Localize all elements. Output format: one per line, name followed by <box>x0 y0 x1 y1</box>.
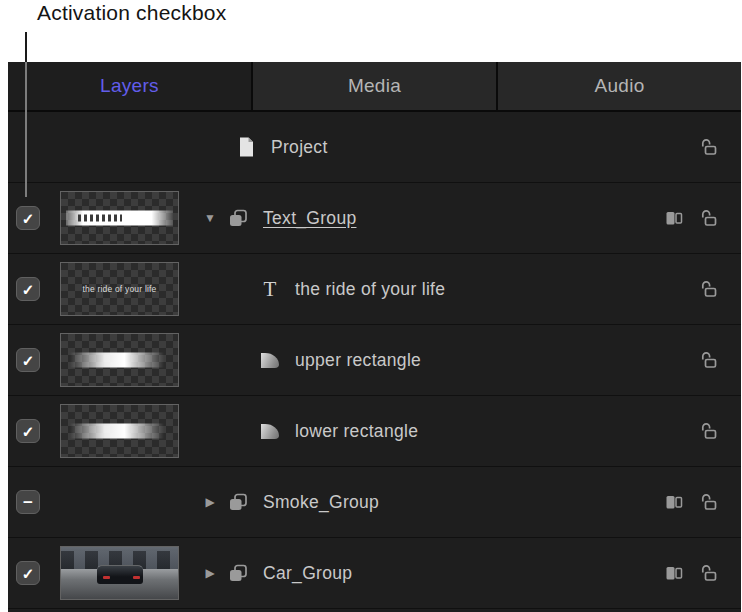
check-icon: ✓ <box>22 424 35 439</box>
check-icon: ✓ <box>22 282 35 297</box>
mixed-state-icon: − <box>23 494 33 511</box>
thumbnail-cell <box>60 333 195 387</box>
group-frames-icon[interactable] <box>664 492 684 512</box>
tab-audio[interactable]: Audio <box>498 62 741 110</box>
layer-content: T the ride of your life <box>195 277 699 302</box>
layer-name[interactable]: lower rectangle <box>295 421 418 442</box>
row-right-icons <box>699 421 741 441</box>
shape-layer-icon <box>255 353 285 368</box>
activation-checkbox[interactable]: ✓ <box>16 561 40 585</box>
thumbnail-cell: the ride of your life <box>60 262 195 316</box>
layer-row-car-group[interactable]: ✓ ▶ Car_Group <box>8 538 741 609</box>
row-right-icons <box>699 279 741 299</box>
layer-thumbnail[interactable] <box>60 404 179 458</box>
group-frames-icon[interactable] <box>664 208 684 228</box>
tab-media[interactable]: Media <box>253 62 498 110</box>
project-document-icon <box>231 136 261 158</box>
group-frames-icon[interactable] <box>664 563 684 583</box>
text-layer-icon: T <box>255 277 285 302</box>
layer-name[interactable]: the ride of your life <box>295 279 445 300</box>
thumbnail-text-marks <box>78 215 122 222</box>
activation-checkbox-mixed[interactable]: − <box>16 490 40 514</box>
disclosure-triangle-expanded-icon[interactable]: ▼ <box>197 211 223 225</box>
checkbox-cell: ✓ <box>8 561 60 585</box>
thumbnail-taillights <box>103 576 110 579</box>
tab-bar: Layers Media Audio <box>8 62 741 112</box>
check-icon: ✓ <box>22 353 35 368</box>
unlock-icon[interactable] <box>699 208 719 228</box>
thumbnail-gradient-band <box>66 211 174 226</box>
checkbox-cell: − <box>8 490 60 514</box>
layers-list: Project ✓ ▼ T <box>8 112 741 609</box>
layer-thumbnail[interactable] <box>60 191 179 245</box>
unlock-icon[interactable] <box>699 421 719 441</box>
row-right-icons <box>664 208 741 228</box>
activation-checkbox[interactable]: ✓ <box>16 277 40 301</box>
thumbnail-cell <box>60 404 195 458</box>
tab-layers[interactable]: Layers <box>8 62 253 110</box>
callout-line-panel-segment <box>25 62 27 197</box>
row-right-icons <box>664 492 741 512</box>
unlock-icon[interactable] <box>699 350 719 370</box>
group-icon <box>223 207 253 229</box>
checkbox-cell: ✓ <box>8 419 60 443</box>
layer-name[interactable]: Car_Group <box>263 563 352 584</box>
layer-thumbnail[interactable]: the ride of your life <box>60 262 179 316</box>
thumbnail-car <box>97 565 143 585</box>
layer-content: ▶ Smoke_Group <box>195 491 664 513</box>
checkbox-cell: ✓ <box>8 348 60 372</box>
layer-row-smoke-group[interactable]: − ▶ Smoke_Group <box>8 467 741 538</box>
layer-content: ▼ Text_Group <box>195 207 664 229</box>
layer-thumbnail[interactable] <box>60 546 179 600</box>
layer-row-upper-rectangle[interactable]: ✓ upper rectangle <box>8 325 741 396</box>
layer-row-lower-rectangle[interactable]: ✓ lower rectangle <box>8 396 741 467</box>
layer-content: upper rectangle <box>195 350 699 371</box>
unlock-icon[interactable] <box>699 279 719 299</box>
layer-row-project[interactable]: Project <box>8 112 741 183</box>
layers-panel: Layers Media Audio Project ✓ <box>8 62 741 612</box>
layer-thumbnail[interactable] <box>60 333 179 387</box>
callout-label: Activation checkbox <box>37 1 226 25</box>
row-right-icons <box>699 137 741 157</box>
layer-content: Project <box>195 136 699 158</box>
shape-layer-icon <box>255 424 285 439</box>
layer-row-text-group[interactable]: ✓ ▼ Text_Group <box>8 183 741 254</box>
layer-name[interactable]: upper rectangle <box>295 350 421 371</box>
unlock-icon[interactable] <box>699 492 719 512</box>
disclosure-triangle-collapsed-icon[interactable]: ▶ <box>197 495 223 509</box>
thumbnail-cell <box>60 546 195 600</box>
check-icon: ✓ <box>22 211 35 226</box>
check-icon: ✓ <box>22 566 35 581</box>
activation-checkbox[interactable]: ✓ <box>16 348 40 372</box>
checkbox-cell: ✓ <box>8 277 60 301</box>
callout-line <box>25 32 27 62</box>
checkbox-cell: ✓ <box>8 206 60 230</box>
group-icon <box>223 491 253 513</box>
layer-content: lower rectangle <box>195 421 699 442</box>
activation-checkbox[interactable]: ✓ <box>16 206 40 230</box>
layer-name[interactable]: Project <box>271 137 328 158</box>
thumbnail-text: the ride of your life <box>61 263 178 315</box>
thumbnail-gradient-band <box>70 353 168 368</box>
disclosure-triangle-collapsed-icon[interactable]: ▶ <box>197 566 223 580</box>
row-right-icons <box>699 350 741 370</box>
layer-name[interactable]: Smoke_Group <box>263 492 379 513</box>
layer-row-ride-text[interactable]: ✓ the ride of your life T the ride of yo… <box>8 254 741 325</box>
activation-checkbox[interactable]: ✓ <box>16 419 40 443</box>
layer-name[interactable]: Text_Group <box>263 208 356 229</box>
row-right-icons <box>664 563 741 583</box>
unlock-icon[interactable] <box>699 563 719 583</box>
group-icon <box>223 562 253 584</box>
thumbnail-cell <box>60 191 195 245</box>
unlock-icon[interactable] <box>699 137 719 157</box>
layer-content: ▶ Car_Group <box>195 562 664 584</box>
thumbnail-gradient-band <box>70 424 168 439</box>
